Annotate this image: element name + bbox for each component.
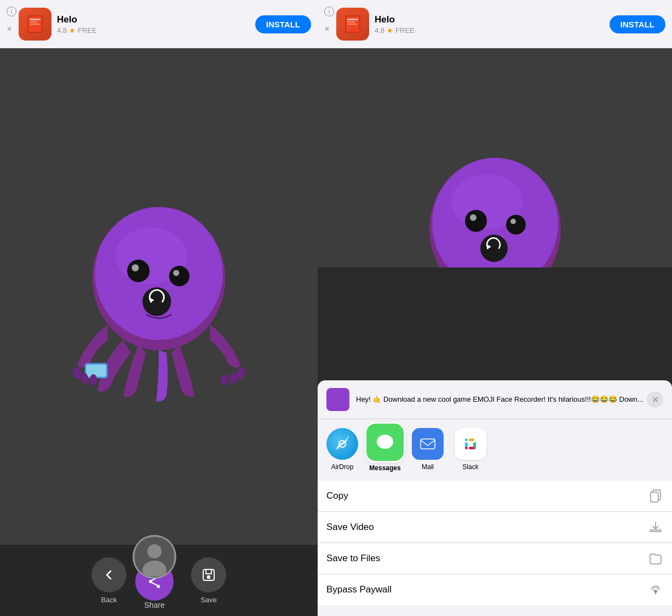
back-label: Back bbox=[101, 596, 117, 604]
ad-text-right: Helo 4.8 ★ FREE bbox=[375, 14, 610, 35]
svg-point-8 bbox=[127, 260, 150, 282]
svg-rect-58 bbox=[465, 447, 468, 449]
sheet-close-button[interactable]: ✕ bbox=[647, 391, 663, 408]
ad-rating-right: 4.8 ★ FREE bbox=[375, 26, 610, 35]
bottom-bar-left: Back bbox=[0, 545, 318, 616]
copy-action-row[interactable]: Copy bbox=[318, 481, 672, 511]
share-preview-row: T Hey! 🤙 Download a new cool game EMOJI … bbox=[318, 380, 672, 419]
copy-icon bbox=[648, 488, 663, 504]
ad-info-icon-right[interactable]: i bbox=[324, 7, 334, 16]
svg-rect-60 bbox=[651, 492, 658, 502]
octopus-area-right bbox=[318, 48, 672, 267]
save-to-files-label: Save to Files bbox=[326, 553, 648, 564]
ad-app-icon-inner-left bbox=[19, 8, 51, 41]
svg-point-41 bbox=[470, 214, 476, 221]
save-to-files-action-row[interactable]: Save to Files bbox=[318, 543, 672, 574]
bypass-paywall-label: Bypass Paywall bbox=[326, 584, 648, 595]
share-icon-airdrop[interactable]: AirDrop bbox=[323, 428, 361, 472]
svg-point-11 bbox=[173, 270, 179, 276]
ad-install-btn-right[interactable]: INSTALL bbox=[610, 15, 665, 33]
slack-label: Slack bbox=[462, 463, 478, 471]
svg-rect-61 bbox=[650, 530, 661, 532]
actions-section: Copy Save Video Save t bbox=[318, 481, 672, 605]
save-video-icon bbox=[648, 520, 663, 535]
svg-rect-34 bbox=[347, 19, 358, 20]
ad-banner-right: i Helo 4.8 ★ FREE INSTALL ✕ bbox=[318, 0, 672, 48]
back-button[interactable]: Back bbox=[91, 557, 127, 604]
share-sheet: T Hey! 🤙 Download a new cool game EMOJI … bbox=[318, 380, 672, 616]
svg-rect-56 bbox=[469, 438, 472, 441]
save-video-label: Save Video bbox=[326, 522, 648, 533]
ad-rating-num-right: 4.8 bbox=[375, 26, 384, 35]
svg-point-12 bbox=[142, 287, 171, 316]
bypass-paywall-icon bbox=[648, 582, 663, 597]
copy-action-label: Copy bbox=[326, 490, 648, 501]
messages-label: Messages bbox=[369, 464, 400, 472]
ad-app-name-right: Helo bbox=[375, 14, 610, 25]
ad-app-icon-inner-right bbox=[336, 8, 369, 41]
bypass-paywall-action-row[interactable]: Bypass Paywall bbox=[318, 574, 672, 605]
save-button[interactable]: Save bbox=[191, 557, 226, 604]
right-panel: i Helo 4.8 ★ FREE INSTALL ✕ bbox=[318, 0, 672, 616]
svg-point-40 bbox=[465, 210, 487, 232]
svg-point-20 bbox=[228, 372, 237, 384]
share-preview-text: Hey! 🤙 Download a new cool game EMOJI Fa… bbox=[356, 395, 647, 404]
back-icon[interactable] bbox=[91, 557, 127, 592]
svg-rect-31 bbox=[207, 575, 210, 579]
octopus-image-right bbox=[397, 92, 594, 267]
svg-rect-57 bbox=[469, 447, 474, 449]
share-icon-messages[interactable]: Messages bbox=[366, 424, 404, 472]
svg-rect-2 bbox=[30, 19, 41, 20]
svg-point-23 bbox=[147, 544, 162, 558]
svg-point-62 bbox=[654, 590, 657, 593]
svg-point-43 bbox=[510, 219, 516, 224]
ad-stars-right: ★ bbox=[387, 26, 393, 35]
messages-icon bbox=[366, 424, 404, 461]
svg-point-9 bbox=[132, 264, 139, 271]
slack-icon bbox=[455, 428, 486, 460]
svg-rect-3 bbox=[30, 21, 38, 22]
svg-line-29 bbox=[152, 583, 157, 585]
ad-app-icon-left bbox=[19, 8, 51, 41]
share-icon-slack[interactable]: Slack bbox=[451, 428, 490, 472]
share-label: Share bbox=[144, 601, 164, 609]
ad-close-btn-right[interactable]: ✕ bbox=[323, 25, 331, 33]
ad-close-btn-left[interactable]: ✕ bbox=[5, 25, 13, 33]
airdrop-icon bbox=[326, 428, 358, 460]
svg-text:T: T bbox=[332, 395, 338, 406]
svg-point-10 bbox=[169, 266, 189, 286]
save-video-action-row[interactable]: Save Video bbox=[318, 511, 672, 543]
svg-rect-36 bbox=[347, 24, 357, 25]
svg-point-21 bbox=[221, 374, 228, 386]
save-icon[interactable] bbox=[191, 557, 226, 592]
ad-text-left: Helo 4.8 ★ FREE bbox=[57, 14, 255, 35]
ad-free-left: FREE bbox=[78, 26, 97, 35]
ad-info-icon-left[interactable]: i bbox=[7, 7, 16, 16]
profile-avatar bbox=[133, 535, 176, 579]
ad-app-name-left: Helo bbox=[57, 14, 255, 25]
save-to-files-icon bbox=[648, 551, 663, 566]
ad-app-icon-right bbox=[336, 8, 369, 41]
ad-rating-num-left: 4.8 bbox=[57, 26, 67, 35]
ad-install-btn-left[interactable]: INSTALL bbox=[255, 15, 311, 33]
mail-label: Mail bbox=[422, 463, 434, 471]
svg-rect-4 bbox=[30, 24, 39, 25]
ad-stars-left: ★ bbox=[69, 26, 76, 35]
svg-rect-50 bbox=[421, 439, 435, 449]
left-panel: i Helo 4.8 ★ FREE INSTALL ✕ bbox=[0, 0, 318, 616]
svg-rect-15 bbox=[86, 364, 106, 377]
svg-rect-35 bbox=[347, 21, 355, 22]
ad-banner-left: i Helo 4.8 ★ FREE INSTALL ✕ bbox=[0, 0, 318, 48]
share-icon-mail[interactable]: Mail bbox=[409, 428, 447, 472]
octopus-area-left bbox=[0, 48, 318, 545]
share-container: Share bbox=[127, 551, 182, 609]
svg-point-18 bbox=[90, 374, 97, 386]
svg-point-42 bbox=[506, 215, 526, 235]
airdrop-label: AirDrop bbox=[331, 463, 354, 471]
share-icons-row: AirDrop Messages Mail bbox=[318, 419, 672, 481]
mail-icon bbox=[412, 428, 444, 460]
ad-free-right: FREE bbox=[395, 26, 415, 35]
save-label: Save bbox=[200, 596, 217, 604]
svg-rect-52 bbox=[465, 438, 468, 441]
ad-rating-left: 4.8 ★ FREE bbox=[57, 26, 255, 35]
